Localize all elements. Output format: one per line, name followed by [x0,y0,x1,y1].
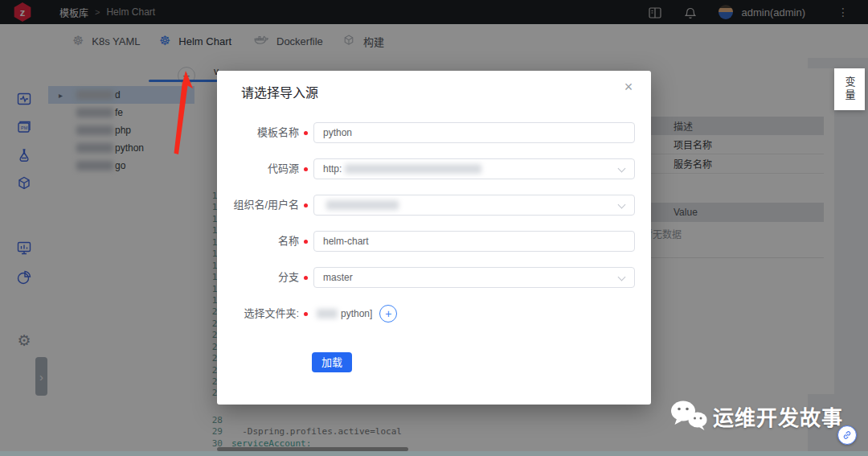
selected-folder: python] + [313,303,397,324]
watermark: 运维开发故事 [669,399,843,433]
required-dot [304,131,308,135]
field-label: 代码源 [217,158,299,179]
redacted-text [317,309,338,318]
dialog-title: 请选择导入源 [241,82,318,101]
app-root: + ▸ d fe php python go v 101112131415161… [0,0,868,456]
wechat-icon [669,399,708,433]
required-dot [304,312,308,316]
chevron-down-icon [618,165,626,173]
link-floating-button[interactable] [837,425,857,445]
form-row-org-user: 组织名/用户名 [217,195,651,216]
form-row-name: 名称 helm-chart [217,231,651,252]
field-label: 名称 [217,231,299,252]
close-icon[interactable]: × [620,79,637,96]
field-label: 模板名称 [217,122,299,143]
input-value: helm-chart [323,232,369,251]
select-value: master [323,268,353,287]
required-dot [304,276,308,280]
variables-side-tab[interactable]: 变量 [834,68,865,110]
redacted-text [345,164,481,174]
code-source-select[interactable]: http: [313,158,635,179]
bottom-border-strip [0,451,868,456]
form-row-template-name: 模板名称 python [217,122,651,143]
folder-value: python] [341,308,372,319]
field-label: 选择文件夹: [217,303,299,324]
form-row-branch: 分支 master [217,267,651,288]
required-dot [304,240,308,244]
branch-select[interactable]: master [313,267,635,288]
load-button[interactable]: 加载 [312,352,352,372]
import-source-dialog: 请选择导入源 × 模板名称 python 代码源 http: 组织名/用户名 [217,71,651,405]
chevron-down-icon [618,201,626,209]
field-label: 组织名/用户名 [217,195,299,216]
org-user-select[interactable] [313,195,635,216]
input-value: python [323,123,352,142]
watermark-text: 运维开发故事 [713,401,843,431]
name-input[interactable]: helm-chart [313,231,635,252]
form-row-folder: 选择文件夹: python] + [217,303,651,324]
template-name-input[interactable]: python [313,122,635,143]
required-dot [304,203,308,207]
chevron-down-icon [618,273,626,281]
add-folder-button[interactable]: + [379,305,397,322]
redacted-text [326,200,399,210]
form-row-code-source: 代码源 http: [217,158,651,179]
select-value: http: [323,159,342,179]
required-dot [304,167,308,171]
link-icon [841,429,853,441]
field-label: 分支 [217,267,299,288]
